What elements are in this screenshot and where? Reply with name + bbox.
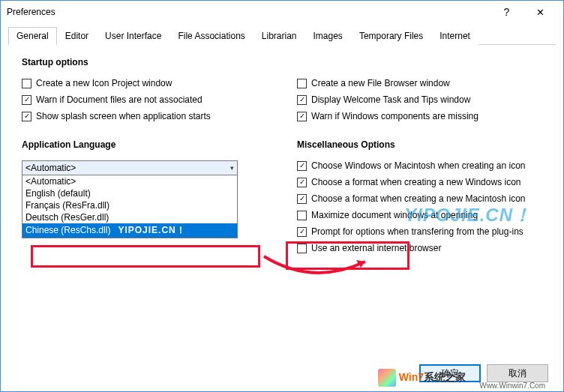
language-option-french[interactable]: Français (ResFra.dll) bbox=[22, 199, 237, 211]
checkbox-create-icon-project[interactable] bbox=[22, 79, 32, 88]
language-option-chinese-label: Chinese (ResChs.dll) bbox=[26, 225, 110, 235]
label-choose-fmt-mac: Choose a format when creating a new Maci… bbox=[311, 193, 526, 204]
language-option-chinese[interactable]: Chinese (ResChs.dll)YIPOJIE.CN！ bbox=[22, 223, 237, 238]
language-dropdown: <Automatic> English (default) Français (… bbox=[22, 175, 238, 238]
tab-temporary-files[interactable]: Temporary Files bbox=[351, 27, 431, 45]
tab-internet[interactable]: Internet bbox=[431, 27, 478, 45]
checkbox-maximize-doc[interactable] bbox=[297, 211, 307, 220]
startup-heading: Startup options bbox=[22, 57, 267, 67]
checkbox-show-splash[interactable] bbox=[22, 112, 32, 121]
misc-heading: Miscellaneous Options bbox=[297, 139, 542, 150]
label-warn-doc-assoc: Warn if Document files are not associate… bbox=[36, 94, 202, 105]
tab-images[interactable]: Images bbox=[305, 27, 351, 45]
tab-librarian[interactable]: Librarian bbox=[254, 27, 305, 45]
window-title: Preferences bbox=[7, 7, 490, 17]
watermark-inline: YIPOJIE.CN！ bbox=[118, 225, 185, 235]
label-warn-win-components: Warn if Windows components are missing bbox=[311, 111, 478, 121]
label-external-browser: Use an external internet browser bbox=[311, 243, 441, 253]
label-create-file-browser: Create a new File Browser window bbox=[311, 78, 450, 88]
cancel-button[interactable]: 取消 bbox=[487, 364, 548, 382]
checkbox-warn-doc-assoc[interactable] bbox=[22, 95, 32, 105]
language-heading: Application Language bbox=[22, 139, 267, 150]
label-display-welcome: Display Welcome Task and Tips window bbox=[311, 94, 470, 105]
language-option-german[interactable]: Deutsch (ResGer.dll) bbox=[22, 211, 237, 223]
label-choose-fmt-win: Choose a format when creating a new Wind… bbox=[311, 177, 520, 187]
close-button[interactable]: ✕ bbox=[524, 1, 557, 23]
checkbox-create-file-browser[interactable] bbox=[297, 79, 307, 88]
tab-editor[interactable]: Editor bbox=[57, 27, 97, 45]
tab-user-interface[interactable]: User Interface bbox=[97, 27, 170, 45]
checkbox-choose-fmt-mac[interactable] bbox=[297, 194, 307, 204]
label-show-splash: Show splash screen when application star… bbox=[36, 111, 211, 121]
brand-logo-icon bbox=[378, 369, 396, 387]
help-button[interactable]: ? bbox=[490, 1, 524, 23]
checkbox-choose-win-mac[interactable] bbox=[297, 161, 307, 171]
tab-file-associations[interactable]: File Associations bbox=[170, 27, 253, 45]
checkbox-prompt-transfer[interactable] bbox=[297, 227, 307, 237]
checkbox-warn-win-components[interactable] bbox=[297, 112, 307, 121]
language-combo[interactable]: <Automatic> ▾ bbox=[22, 160, 238, 175]
checkbox-external-browser[interactable] bbox=[297, 244, 307, 253]
checkbox-display-welcome[interactable] bbox=[297, 95, 307, 105]
tab-general[interactable]: General bbox=[8, 27, 57, 45]
ok-button[interactable]: 确定 bbox=[419, 364, 481, 382]
language-combo-value: <Automatic> bbox=[26, 163, 76, 173]
label-choose-win-mac: Choose Windows or Macintosh when creatin… bbox=[311, 160, 525, 171]
brand-sub: Www.Winwin7.Com bbox=[479, 382, 545, 390]
language-option-automatic[interactable]: <Automatic> bbox=[22, 175, 237, 187]
checkbox-choose-fmt-win[interactable] bbox=[297, 178, 307, 187]
label-prompt-transfer: Prompt for options when transfering from… bbox=[311, 226, 524, 237]
label-create-icon-project: Create a new Icon Project window bbox=[36, 78, 172, 88]
tab-bar: General Editor User Interface File Assoc… bbox=[8, 26, 556, 45]
language-option-english[interactable]: English (default) bbox=[22, 187, 237, 199]
chevron-down-icon: ▾ bbox=[230, 164, 234, 172]
label-maximize-doc: Maximize document windows at openning bbox=[311, 210, 478, 220]
